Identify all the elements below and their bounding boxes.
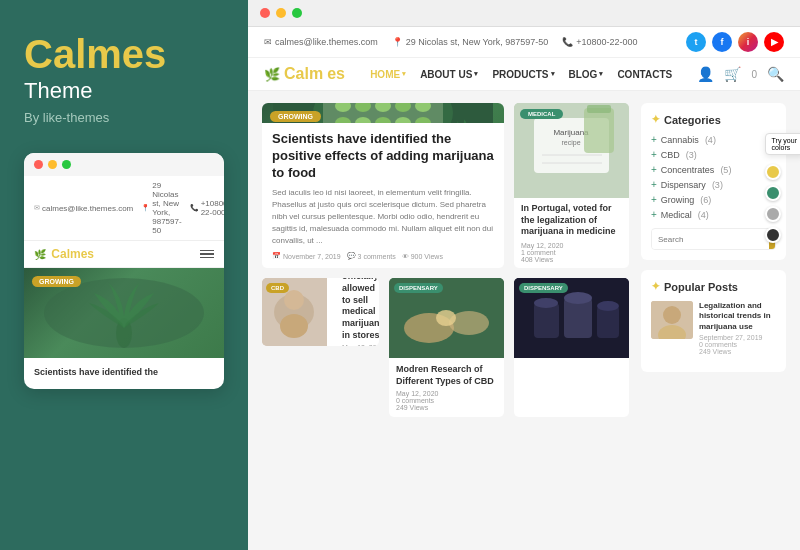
popular-post-svg: [651, 301, 693, 339]
navbar-logo[interactable]: 🌿 Calmes: [264, 65, 345, 83]
dispensary-post-1[interactable]: DISPENSARY Modren Research of Different …: [389, 278, 504, 417]
small-post-1-badge: CBD: [266, 283, 289, 293]
small-post-1[interactable]: CBD In Britain, officially allowed to se…: [262, 278, 379, 346]
topbar-location-icon: 📍: [392, 37, 403, 47]
category-dot: +: [651, 164, 657, 175]
topbar-phone-icon: 📞: [562, 37, 573, 47]
category-medical[interactable]: + Medical (4): [651, 209, 776, 220]
navbar-item-contacts[interactable]: CONTACTS: [617, 69, 672, 80]
secondary-date: May 12, 2020: [521, 242, 563, 249]
secondary-views: 408 Views: [521, 256, 553, 263]
site-topbar: ✉ calmes@like.themes.com 📍 29 Nicolas st…: [248, 27, 800, 58]
user-icon[interactable]: 👤: [697, 66, 714, 82]
featured-post-meta: 📅 November 7, 2019 💬 3 comments 👁 900 Vi…: [272, 252, 494, 260]
category-cbd[interactable]: + CBD (3): [651, 149, 776, 160]
featured-post-views: 👁 900 Views: [402, 253, 443, 260]
svg-point-38: [663, 306, 681, 324]
secondary-post[interactable]: Marijuana recipe MEDICAL In Portugal, vo…: [514, 103, 629, 268]
categories-title: ✦ Categories: [651, 113, 776, 126]
color-swatches: Try yourcolors: [765, 133, 800, 243]
swatch-yellow[interactable]: [765, 164, 781, 180]
svg-point-36: [597, 301, 619, 311]
mini-browser-preview: ✉ calmes@like.themes.com 📍 29 Nicolas st…: [24, 153, 224, 389]
social-instagram[interactable]: i: [738, 32, 758, 52]
dispensary-post-1-comments: 0 comments: [396, 397, 434, 404]
category-list: + Cannabis (4) + CBD (3) + Concentrates …: [651, 134, 776, 220]
sidebar-popular-card: ✦ Popular Posts Legalization and histori…: [641, 270, 786, 372]
swatch-green[interactable]: [765, 185, 781, 201]
comment-icon: 💬: [347, 252, 356, 260]
swatch-dark[interactable]: [765, 227, 781, 243]
mini-post-badge: GROWING: [32, 276, 81, 287]
topbar-email-icon: ✉: [264, 37, 272, 47]
phone-icon: 📞: [190, 204, 199, 212]
logo-leaf-icon: 🌿: [264, 67, 280, 82]
dispensary-post-2-badge: DISPENSARY: [519, 283, 568, 293]
chrome-dot-yellow: [276, 8, 286, 18]
navbar-item-about[interactable]: ABOUT US ▾: [420, 69, 478, 80]
cart-icon[interactable]: 🛒: [724, 66, 741, 82]
category-dot: +: [651, 179, 657, 190]
category-dispensary[interactable]: + Dispensary (3): [651, 179, 776, 190]
category-growing[interactable]: + Growing (6): [651, 194, 776, 205]
sidebar-search: 🔍: [651, 228, 776, 250]
swatch-gray[interactable]: [765, 206, 781, 222]
secondary-post-stats: 1 comment: [521, 249, 622, 256]
topbar-email: ✉ calmes@like.themes.com: [264, 37, 378, 47]
social-youtube[interactable]: ▶: [764, 32, 784, 52]
navbar-item-home[interactable]: HOME ▾: [370, 69, 406, 80]
featured-post-date: 📅 November 7, 2019: [272, 252, 341, 260]
popular-post-item[interactable]: Legalization and historical trends in ma…: [651, 301, 776, 355]
topbar-left: ✉ calmes@like.themes.com 📍 29 Nicolas st…: [264, 37, 638, 47]
popular-post-meta: September 27, 2019: [699, 334, 776, 341]
dispensary-post-2[interactable]: DISPENSARY: [514, 278, 629, 417]
svg-rect-21: [587, 105, 611, 113]
featured-post-title: Scientists have identified the positive …: [272, 131, 494, 182]
calendar-icon: 📅: [272, 252, 281, 260]
category-dot: +: [651, 194, 657, 205]
logo-span: es: [327, 65, 345, 83]
secondary-post-meta: May 12, 2020: [521, 242, 622, 249]
cart-count: 0: [751, 69, 757, 80]
category-concentrates[interactable]: + Concentrates (5): [651, 164, 776, 175]
left-panel: Calmes Theme By like-themes ✉ calmes@lik…: [0, 0, 248, 550]
search-input[interactable]: [652, 230, 769, 249]
dot-red: [34, 160, 43, 169]
category-dot: +: [651, 149, 657, 160]
featured-post[interactable]: GROWING Scientists have identified the p…: [262, 103, 504, 268]
featured-post-excerpt: Sed iaculis leo id nisi laoreet, in elem…: [272, 187, 494, 247]
dispensary-post-1-date: May 12, 2020: [396, 390, 438, 397]
mini-phone: 📞 +10800-22-000: [190, 199, 224, 217]
popular-posts-title: ✦ Popular Posts: [651, 280, 776, 293]
right-browser: ✉ calmes@like.themes.com 📍 29 Nicolas st…: [248, 0, 800, 550]
mini-logo-icon: 🌿: [34, 249, 46, 260]
svg-text:Marijuana: Marijuana: [553, 128, 589, 137]
small-post-1-image: CBD: [262, 278, 327, 346]
navbar-item-blog[interactable]: BLOG ▾: [569, 69, 604, 80]
dispensary-post-1-title: Modren Research of Different Types of CB…: [396, 364, 497, 387]
email-icon: ✉: [34, 204, 40, 212]
category-dot: +: [651, 209, 657, 220]
hamburger-line: [200, 257, 214, 259]
category-cannabis[interactable]: + Cannabis (4): [651, 134, 776, 145]
social-facebook[interactable]: f: [712, 32, 732, 52]
topbar-address: 📍 29 Nicolas st, New York, 987597-50: [392, 37, 549, 47]
popular-icon: ✦: [651, 280, 660, 293]
posts-top-row: GROWING Scientists have identified the p…: [262, 103, 629, 268]
mini-email: ✉ calmes@like.themes.com: [34, 204, 133, 213]
popular-post-title: Legalization and historical trends in ma…: [699, 301, 776, 332]
search-icon[interactable]: 🔍: [767, 66, 784, 82]
svg-rect-20: [584, 108, 614, 153]
site-navbar: 🌿 Calmes HOME ▾ ABOUT US ▾ PRODUCTS ▾ BL…: [248, 58, 800, 91]
navbar-item-products[interactable]: PRODUCTS ▾: [492, 69, 554, 80]
svg-point-25: [280, 314, 308, 338]
featured-post-image: GROWING: [262, 103, 504, 123]
topbar-social: t f i ▶: [686, 32, 784, 52]
navbar-menu: HOME ▾ ABOUT US ▾ PRODUCTS ▾ BLOG ▾ CONT…: [370, 69, 672, 80]
secondary-post-image: Marijuana recipe MEDICAL: [514, 103, 629, 198]
mini-hamburger[interactable]: [200, 250, 214, 259]
social-twitter[interactable]: t: [686, 32, 706, 52]
secondary-badge: MEDICAL: [520, 109, 563, 119]
mini-post-title: Scientists have identified the: [24, 358, 224, 389]
svg-text:recipe: recipe: [561, 139, 580, 147]
